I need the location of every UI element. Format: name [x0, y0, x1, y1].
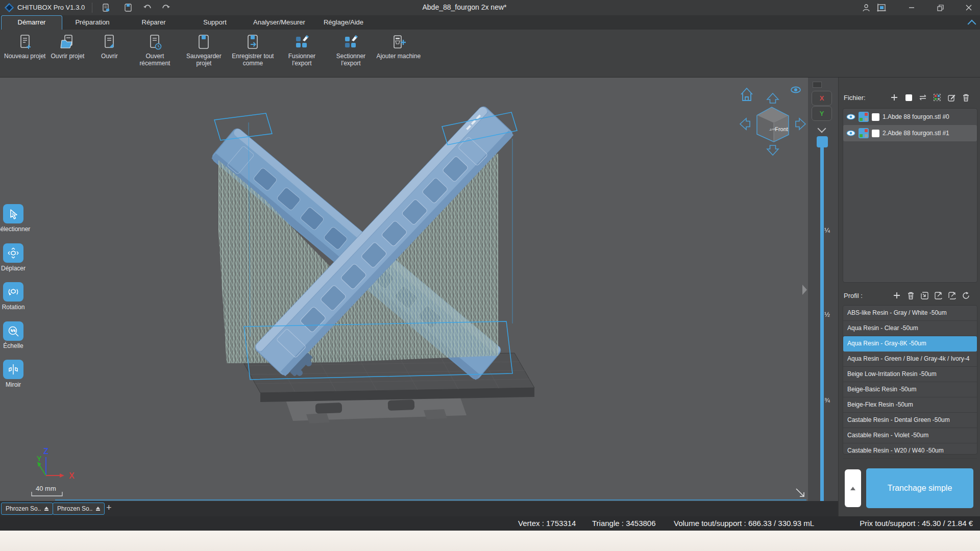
ribbon-save-all-as[interactable]: Enregistrer tout comme — [229, 34, 276, 67]
triangle-count: Triangle : 3453806 — [592, 519, 656, 528]
windows-taskbar: 2°C Nuageux Rechercher b W N P X 06:56 0… — [0, 531, 980, 551]
svg-text:X: X — [69, 471, 75, 480]
save-project-icon — [195, 34, 212, 51]
save-icon[interactable] — [122, 3, 134, 13]
ribbon-merge-export[interactable]: Fusionner l'export — [278, 34, 325, 67]
add-profile-icon[interactable] — [892, 291, 901, 300]
strip-chevron-down-icon[interactable] — [819, 124, 825, 134]
ribbon-open-file[interactable]: Ouvrir — [89, 34, 129, 60]
section-export-icon — [342, 34, 359, 51]
status-bar: Vertex : 1753314 Triangle : 3453806 Volu… — [0, 516, 980, 531]
eject-tab-icon[interactable] — [96, 507, 100, 511]
ribbon-save-project[interactable]: Sauvegarder projet — [180, 34, 227, 67]
account-icon[interactable] — [861, 3, 872, 13]
layer-slider-handle[interactable] — [817, 136, 828, 147]
scale-tool-button[interactable] — [3, 321, 23, 341]
strip-screenshot-icon[interactable] — [813, 82, 822, 88]
svg-text:Y: Y — [37, 455, 42, 463]
tab-reparer[interactable]: Réparer — [124, 15, 184, 30]
profile-item[interactable]: Beige Low-Irritation Resin -50um — [843, 367, 977, 382]
slice-button[interactable]: Tranchage simple — [866, 468, 973, 508]
sync-profile-icon[interactable] — [961, 291, 970, 300]
new-document-icon[interactable] — [100, 3, 111, 13]
export-profile-icon[interactable] — [934, 291, 943, 300]
open-project-icon — [59, 34, 76, 51]
titlebar-separator — [92, 3, 92, 13]
menu-tab-row: Démarrer Préparation Réparer Support Ana… — [0, 15, 980, 30]
profile-item[interactable]: Aqua Resin - Green / Blue / Gray-4k / Iv… — [843, 352, 977, 367]
ribbon-add-machine[interactable]: Ajouter machine — [376, 34, 421, 60]
merge-export-icon — [293, 34, 310, 51]
scale-tool-label: Échelle — [0, 342, 42, 349]
share-profile-icon[interactable] — [947, 291, 957, 300]
select-cursor-icon — [7, 208, 19, 220]
file-row-1[interactable]: 1.Abde 88 fourgon.stl #0 — [843, 109, 977, 125]
close-button[interactable] — [959, 0, 979, 15]
profile-item[interactable]: Aqua Resin - Clear -50um — [843, 321, 977, 336]
mirror-icon — [7, 363, 19, 375]
delete-profile-icon[interactable] — [906, 291, 915, 300]
move-tool-label: Déplacer — [0, 265, 42, 272]
visibility-eye-icon[interactable] — [846, 130, 855, 136]
add-file-icon[interactable] — [890, 93, 899, 102]
file-thumbnail — [859, 112, 869, 122]
file-name[interactable]: 2.Abde 88 fourgon.stl #1 — [883, 130, 949, 137]
eject-tab-icon[interactable] — [44, 507, 48, 511]
profile-item[interactable]: Beige-Flex Resin -50um — [843, 397, 977, 413]
tab-preparation[interactable]: Préparation — [62, 15, 122, 30]
open-recent-icon — [146, 34, 163, 51]
redo-icon[interactable] — [160, 3, 172, 13]
screen-capture-icon[interactable] — [876, 3, 887, 13]
ribbon-open-project[interactable]: Ouvrir projet — [47, 34, 87, 60]
tab-reglage-aide[interactable]: Réglage/Aide — [313, 15, 374, 30]
swap-order-icon[interactable] — [918, 93, 927, 102]
add-scene-tab-button[interactable]: + — [106, 503, 112, 513]
view-cube-front-label: Front — [775, 126, 788, 132]
minimize-button[interactable] — [901, 0, 922, 15]
group-color-icon[interactable] — [933, 93, 942, 102]
profile-item[interactable]: Castable Resin - Violet -50um — [843, 428, 977, 443]
undo-icon[interactable] — [142, 3, 153, 13]
select-tool-button[interactable] — [3, 204, 23, 223]
rotate-tool-button[interactable] — [3, 282, 23, 302]
scene-tab-bar: Phrozen So... Phrozen So... + — [0, 501, 838, 516]
file-name[interactable]: 1.Abde 88 fourgon.stl #0 — [883, 113, 949, 120]
profile-item[interactable]: Castable Resin - Dental Green -50um — [843, 413, 977, 428]
slider-mark-three-quarter: ¾ — [824, 396, 830, 404]
visibility-eye-icon[interactable] — [846, 114, 855, 120]
file-row-2[interactable]: 2.Abde 88 fourgon.stl #1 — [843, 125, 977, 141]
profile-item[interactable]: Castable Resin - W20 / W40 -50um — [843, 443, 977, 459]
mirror-tool-button[interactable] — [3, 360, 23, 379]
axis-x-toggle[interactable]: X — [812, 91, 832, 106]
tab-demarrer[interactable]: Démarrer — [1, 15, 62, 30]
ribbon-open-recent[interactable]: Ouvert récemment — [131, 34, 178, 67]
ribbon-new-project[interactable]: Nouveau projet — [4, 34, 45, 60]
import-profile-icon[interactable] — [920, 291, 929, 300]
collapse-ribbon-icon[interactable] — [969, 20, 975, 29]
profile-item-selected[interactable]: Aqua Resin - Gray-8K -50um — [843, 336, 977, 352]
tab-support[interactable]: Support — [185, 15, 245, 30]
profile-item[interactable]: Beige-Basic Resin -50um — [843, 382, 977, 397]
profile-item[interactable]: ABS-like Resin - Gray / White -50um — [843, 306, 977, 321]
title-bar: CHITUBOX Pro V1.3.0 Abde_88_fourgon 2x n… — [0, 0, 980, 15]
scene-tab-2[interactable]: Phrozen So... — [53, 503, 105, 515]
file-checkbox[interactable] — [872, 113, 879, 121]
viewport-3d[interactable]: Top Front Z X Y 40 mm — [0, 78, 808, 501]
scene-tab-1[interactable]: Phrozen So... — [1, 503, 53, 515]
profile-list: ABS-like Resin - Gray / White -50um Aqua… — [843, 305, 977, 455]
axis-y-toggle[interactable]: Y — [812, 106, 832, 121]
tab-analyser-mesurer[interactable]: Analyser/Mesurer — [246, 15, 312, 30]
rotate-icon — [7, 286, 19, 298]
layer-slider-strip: X Y ¼ ½ ¾ — [808, 78, 838, 516]
select-all-icon[interactable] — [904, 93, 913, 102]
file-panel-title: Fichier: — [844, 94, 866, 102]
ribbon-section-export[interactable]: Sectionner l'export — [327, 34, 374, 67]
file-checkbox[interactable] — [872, 130, 879, 137]
rename-icon[interactable] — [947, 93, 956, 102]
move-tool-button[interactable] — [3, 243, 23, 263]
layer-slider-track[interactable] — [820, 140, 824, 503]
svg-text:40 mm: 40 mm — [36, 485, 56, 492]
restore-button[interactable] — [930, 0, 950, 15]
delete-file-icon[interactable] — [961, 93, 970, 102]
slice-mode-toggle[interactable] — [845, 469, 861, 507]
